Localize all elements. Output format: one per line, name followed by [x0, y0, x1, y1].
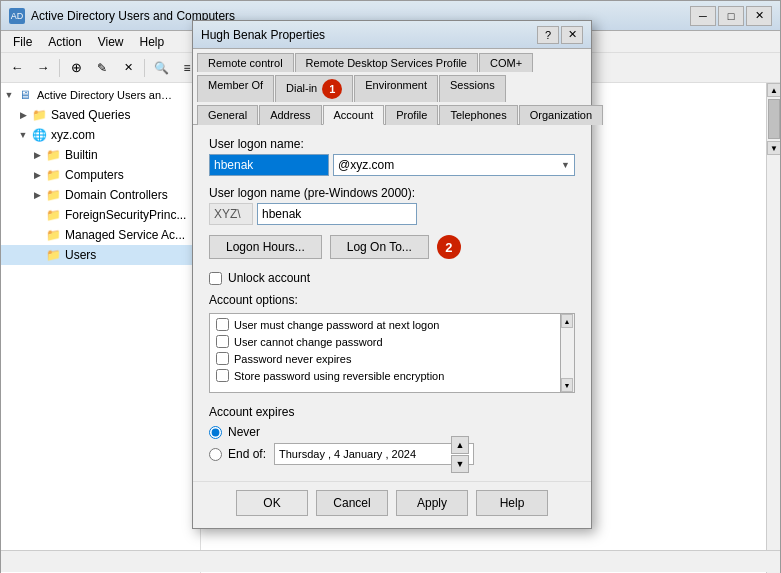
option-checkbox-3[interactable] [216, 352, 229, 365]
date-picker-spinners: ▲ ▼ [451, 436, 469, 473]
domain-dropdown[interactable]: @xyz.com ▼ [333, 154, 575, 176]
account-options-label: Account options: [209, 293, 575, 307]
options-scrollbar-up[interactable]: ▲ [561, 314, 573, 328]
end-of-radio[interactable] [209, 448, 222, 461]
modal-overlay: Hugh Benak Properties ? ✕ Remote control… [0, 0, 781, 573]
modal-help-button[interactable]: ? [537, 26, 559, 44]
pre2000-row: XYZ\ [209, 203, 575, 225]
option-item[interactable]: Password never expires [212, 350, 558, 367]
ok-button[interactable]: OK [236, 490, 308, 516]
date-value: Thursday , 4 January , 2024 [279, 448, 451, 460]
tab-com[interactable]: COM+ [479, 53, 533, 72]
options-scrollbar-track [561, 328, 574, 378]
tab-profile[interactable]: Profile [385, 105, 438, 125]
logon-hours-button[interactable]: Logon Hours... [209, 235, 322, 259]
pre2000-input[interactable] [257, 203, 417, 225]
tabs-row2: Member Of Dial-in 1 Environment Sessions [193, 71, 591, 101]
tab-telephones[interactable]: Telephones [439, 105, 517, 125]
option-item[interactable]: User cannot change password [212, 333, 558, 350]
unlock-account-checkbox[interactable] [209, 272, 222, 285]
date-picker[interactable]: Thursday , 4 January , 2024 ▲ ▼ [274, 443, 474, 465]
apply-button[interactable]: Apply [396, 490, 468, 516]
logon-name-row: @xyz.com ▼ [209, 154, 575, 176]
modal-body: User logon name: @xyz.com ▼ User logon n… [193, 125, 591, 481]
options-scrollbar[interactable]: ▲ ▼ [561, 313, 575, 393]
account-expires-label: Account expires [209, 405, 575, 419]
dropdown-arrow-icon: ▼ [561, 160, 570, 170]
never-radio-label[interactable]: Never [209, 425, 575, 439]
date-down-button[interactable]: ▼ [451, 455, 469, 473]
tab-organization[interactable]: Organization [519, 105, 603, 125]
end-of-row: End of: Thursday , 4 January , 2024 ▲ ▼ [209, 443, 575, 465]
logon-name-input[interactable] [209, 154, 329, 176]
unlock-account-label[interactable]: Unlock account [209, 271, 575, 285]
modal-title: Hugh Benak Properties [201, 28, 537, 42]
tab-environment[interactable]: Environment [354, 75, 438, 102]
option-item[interactable]: Store password using reversible encrypti… [212, 367, 558, 384]
end-of-label: End of: [228, 447, 266, 461]
option-item[interactable]: User must change password at next logon [212, 316, 558, 333]
option-checkbox-1[interactable] [216, 318, 229, 331]
modal-close-button[interactable]: ✕ [561, 26, 583, 44]
option-label-4: Store password using reversible encrypti… [234, 370, 444, 382]
tabs-row3: General Address Account Profile Telephon… [193, 101, 591, 125]
tabs-row1: Remote control Remote Desktop Services P… [193, 49, 591, 71]
help-button[interactable]: Help [476, 490, 548, 516]
never-label: Never [228, 425, 260, 439]
date-up-button[interactable]: ▲ [451, 436, 469, 454]
pre2000-label: User logon name (pre-Windows 2000): [209, 186, 575, 200]
tab-address[interactable]: Address [259, 105, 321, 125]
modal-dialog: Hugh Benak Properties ? ✕ Remote control… [192, 20, 592, 529]
option-label-2: User cannot change password [234, 336, 383, 348]
unlock-account-group: Unlock account [209, 271, 575, 285]
button-row: Logon Hours... Log On To... 2 [209, 235, 575, 259]
account-options-box: User must change password at next logon … [209, 313, 561, 393]
domain-value: @xyz.com [338, 158, 394, 172]
tab-remote-control[interactable]: Remote control [197, 53, 294, 72]
step-2-badge: 2 [437, 235, 461, 259]
logon-name-label: User logon name: [209, 137, 575, 151]
account-options-wrapper: User must change password at next logon … [209, 313, 575, 393]
options-scrollbar-down[interactable]: ▼ [561, 378, 573, 392]
end-of-radio-label[interactable]: End of: [209, 447, 266, 461]
pre2000-prefix: XYZ\ [209, 203, 253, 225]
modal-titlebar: Hugh Benak Properties ? ✕ [193, 21, 591, 49]
step-1-badge: 1 [322, 79, 342, 99]
never-radio[interactable] [209, 426, 222, 439]
log-on-to-button[interactable]: Log On To... [330, 235, 429, 259]
tab-general[interactable]: General [197, 105, 258, 125]
modal-controls: ? ✕ [537, 26, 583, 44]
option-checkbox-4[interactable] [216, 369, 229, 382]
tab-member-of[interactable]: Member Of [197, 75, 274, 102]
tab-sessions[interactable]: Sessions [439, 75, 506, 102]
option-label-3: Password never expires [234, 353, 351, 365]
tab-account[interactable]: Account [323, 105, 385, 125]
option-label-1: User must change password at next logon [234, 319, 439, 331]
cancel-button[interactable]: Cancel [316, 490, 388, 516]
modal-footer: OK Cancel Apply Help [193, 481, 591, 528]
option-checkbox-2[interactable] [216, 335, 229, 348]
tab-dial-in[interactable]: Dial-in 1 [275, 75, 353, 102]
tab-remote-desktop[interactable]: Remote Desktop Services Profile [295, 53, 478, 72]
